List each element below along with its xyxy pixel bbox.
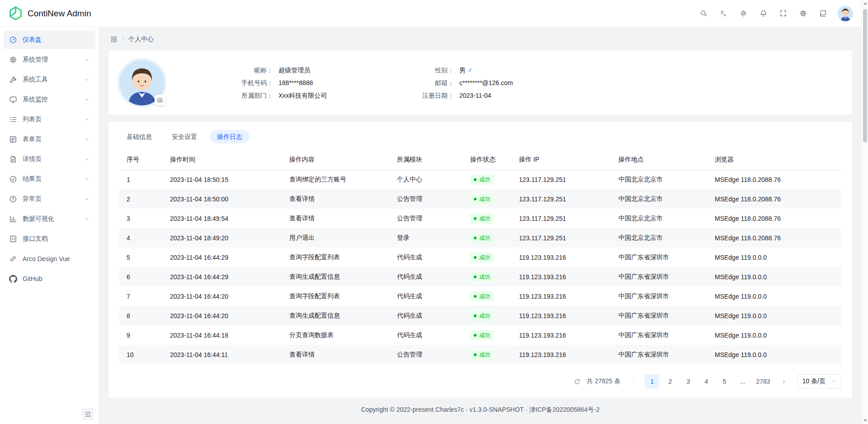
pagination-page-2783[interactable]: 2783 <box>753 374 773 389</box>
profile-card: 昵称：超级管理员手机号码：188****8888所属部门：Xxx科技有限公司性别… <box>108 51 852 114</box>
sidebar-item-detail-page[interactable]: 详情页 <box>4 150 95 168</box>
profile-field-value: 超级管理员 <box>278 65 310 75</box>
sidebar-item-github[interactable]: GitHub <box>4 270 95 288</box>
chevron-down-icon <box>84 96 90 103</box>
scrollbar-down-arrow[interactable] <box>862 417 868 424</box>
sidebar-item-system-tools[interactable]: 系统工具 <box>4 71 95 89</box>
cell-browser: MSEdge 118.0.2088.76 <box>708 189 841 209</box>
pagination-ellipsis[interactable]: ... <box>735 374 750 389</box>
sidebar-item-arco-design-vue[interactable]: Arco Design Vue <box>4 250 95 268</box>
chevron-down-icon <box>84 136 90 143</box>
page-size-value: 10 条/页 <box>802 377 826 386</box>
cell-no: 8 <box>119 306 163 325</box>
cell-module: 代码生成 <box>390 306 463 325</box>
status-badge: 成功 <box>470 214 494 224</box>
sidebar-collapse-button[interactable] <box>82 408 94 420</box>
app-title: ContiNew Admin <box>28 9 91 19</box>
pagination-next-button[interactable] <box>777 374 791 389</box>
sidebar-item-system-monitor[interactable]: 系统监控 <box>4 91 95 109</box>
pagination-page-1[interactable]: 1 <box>645 374 659 389</box>
sidebar-footer <box>0 404 99 424</box>
gear-icon <box>9 56 17 64</box>
main-content: / 个人中心 昵称：超级管理员手机号码：188****8888所属部门：Xxx科… <box>99 27 861 424</box>
status-badge: 成功 <box>470 175 494 185</box>
logo-area[interactable]: ContiNew Admin <box>8 6 91 21</box>
settings-button[interactable] <box>795 6 811 21</box>
cell-browser: MSEdge 118.0.2088.76 <box>708 209 841 228</box>
cell-browser: MSEdge 119.0.0.0 <box>708 248 841 267</box>
cell-ip: 119.123.193.216 <box>512 267 611 286</box>
table-row: 102023-11-04 16:44:11查看详情公告管理成功119.123.1… <box>119 345 841 364</box>
cell-no: 7 <box>119 286 163 306</box>
pagination-prev-button[interactable] <box>627 374 641 389</box>
status-badge: 成功 <box>470 233 494 243</box>
cell-location: 中国广东省深圳市 <box>611 345 708 364</box>
cell-module: 公告管理 <box>390 345 463 364</box>
sidebar-item-list-page[interactable]: 列表页 <box>4 110 95 129</box>
apps-icon[interactable] <box>110 36 118 43</box>
profile-field-label: 手机号码： <box>232 78 273 88</box>
profile-field-row: 邮箱：c********@126.com <box>413 78 513 88</box>
docs-button[interactable] <box>815 6 830 21</box>
status-dot-icon <box>474 353 476 356</box>
refresh-button[interactable] <box>571 376 583 387</box>
fullscreen-button[interactable] <box>775 6 791 21</box>
sidebar-item-data-visualization[interactable]: 数据可视化 <box>4 210 95 228</box>
cell-no: 6 <box>119 267 163 286</box>
notifications-button[interactable] <box>755 6 771 21</box>
translate-button[interactable]: 文A <box>716 6 731 21</box>
camera-icon <box>157 97 163 103</box>
cell-browser: MSEdge 119.0.0.0 <box>708 286 841 306</box>
sidebar-item-system-management[interactable]: 系统管理 <box>4 51 95 69</box>
page-footer: Copyright © 2022-present Charles7c · v1.… <box>108 398 852 422</box>
cell-ip: 119.123.193.216 <box>512 345 611 364</box>
cell-ip: 123.117.129.251 <box>512 189 611 209</box>
tab-basic-info[interactable]: 基础信息 <box>119 130 159 143</box>
profile-field-value: 男 <box>459 65 466 75</box>
user-avatar[interactable] <box>838 6 853 21</box>
pagination-page-4[interactable]: 4 <box>699 374 713 389</box>
sidebar-item-api-docs[interactable]: 接口文档 <box>4 230 95 248</box>
scrollbar-thumb[interactable] <box>863 9 867 143</box>
theme-button[interactable] <box>736 6 751 21</box>
table-row: 22023-11-04 18:50:00查看详情公告管理成功123.117.12… <box>119 189 841 209</box>
sidebar-item-dashboard[interactable]: 仪表盘 <box>4 31 95 49</box>
status-badge: 成功 <box>470 311 494 321</box>
tabs-bar: 基础信息安全设置操作日志 <box>119 130 841 143</box>
chevron-down-icon <box>84 57 90 63</box>
page-size-select[interactable]: 10 条/页 <box>797 374 841 389</box>
cell-location: 中国广东省深圳市 <box>611 286 708 306</box>
cell-no: 9 <box>119 325 163 345</box>
chevron-down-icon <box>84 156 90 162</box>
table-row: 42023-11-04 18:49:20用户退出登录成功123.117.129.… <box>119 228 841 248</box>
operation-log-table: 序号操作时间操作内容所属模块操作状态操作 IP操作地点浏览器 12023-11-… <box>119 150 841 364</box>
status-badge: 成功 <box>470 252 494 262</box>
tab-security[interactable]: 安全设置 <box>165 130 204 143</box>
cell-time: 2023-11-04 16:44:18 <box>163 325 282 345</box>
profile-avatar-wrap <box>119 60 165 105</box>
breadcrumb-current: 个人中心 <box>128 35 154 43</box>
chevron-down-icon <box>831 379 836 384</box>
tab-operation-log[interactable]: 操作日志 <box>210 130 250 143</box>
app-window: ContiNew Admin 文A 仪表盘系统管理系统工具系统监控列表页表单页详… <box>0 0 861 424</box>
file-icon <box>9 155 17 163</box>
cell-location: 中国北京北京市 <box>611 209 708 228</box>
status-badge: 成功 <box>470 291 494 301</box>
cell-content: 查看详情 <box>282 189 390 209</box>
status-dot-icon <box>474 178 476 181</box>
cell-status: 成功 <box>463 170 512 189</box>
status-dot-icon <box>474 198 476 200</box>
pagination-page-3[interactable]: 3 <box>681 374 695 389</box>
profile-field-row: 昵称：超级管理员 <box>232 65 386 75</box>
change-avatar-button[interactable] <box>155 95 165 105</box>
sidebar-item-result-page[interactable]: 结果页 <box>4 170 95 188</box>
cell-browser: MSEdge 119.0.0.0 <box>708 345 841 364</box>
scrollbar-up-arrow[interactable] <box>862 0 868 7</box>
copyright-text: Copyright © 2022-present Charles7c · v1.… <box>361 406 600 414</box>
sidebar-item-form-page[interactable]: 表单页 <box>4 130 95 148</box>
cell-module: 代码生成 <box>390 248 463 267</box>
search-button[interactable] <box>696 6 711 21</box>
sidebar-item-exception-page[interactable]: 异常页 <box>4 190 95 208</box>
pagination-page-5[interactable]: 5 <box>717 374 731 389</box>
pagination-page-2[interactable]: 2 <box>663 374 677 389</box>
